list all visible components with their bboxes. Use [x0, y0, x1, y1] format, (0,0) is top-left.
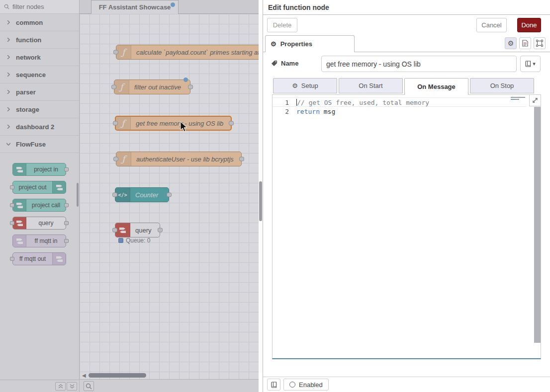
input-port — [10, 185, 14, 189]
palette-node-project-out[interactable]: project out — [12, 181, 66, 194]
library-button[interactable]: ▾ — [520, 56, 541, 72]
output-port[interactable] — [239, 157, 244, 161]
palette-category-dashboard2[interactable]: dashboard 2 — [0, 118, 79, 136]
vscrollbar-thumb[interactable] — [259, 181, 262, 221]
editor-scrollbar[interactable] — [534, 107, 541, 343]
palette-node-project-call[interactable]: project call — [12, 199, 66, 212]
cancel-button[interactable]: Cancel — [476, 18, 507, 32]
flowfuse-icon — [115, 223, 130, 237]
output-port[interactable] — [229, 121, 234, 126]
delete-button[interactable]: Delete — [267, 18, 297, 32]
node-filter-out-inactive[interactable]: ƒ filter out inactive — [114, 79, 190, 94]
palette-category-common[interactable]: common — [0, 14, 79, 31]
palette-category-sequence[interactable]: sequence — [0, 66, 79, 83]
node-label: query — [130, 223, 157, 237]
code-line-1[interactable]: 1 // get OS free, used, total memory — [273, 97, 526, 107]
edit-tray: Edit function node Delete Cancel Done ⚙ … — [263, 0, 550, 392]
palette-node-label: ff mqtt out — [13, 253, 52, 265]
name-input[interactable] — [321, 56, 517, 72]
tab-on-stop[interactable]: On Stop — [470, 78, 534, 93]
appearance-icon-button[interactable] — [534, 37, 546, 49]
frame-icon — [536, 40, 543, 47]
hscrollbar-thumb[interactable] — [89, 373, 146, 378]
palette-node-label: query — [26, 217, 66, 229]
gear-icon: ⚙ — [271, 40, 276, 48]
chevron-down-icon — [6, 142, 10, 146]
chevron-right-icon — [6, 73, 10, 77]
code-editor[interactable]: 1 // get OS free, used, total memory 2 r… — [272, 94, 541, 359]
enabled-circle-icon — [289, 382, 295, 388]
node-red-app: common function network sequence parser — [0, 0, 550, 392]
palette-node-ff-mqtt-in[interactable]: ff mqtt in — [12, 235, 66, 247]
expand-editor-button[interactable] — [529, 94, 541, 106]
palette-category-flowfuse[interactable]: FlowFuse — [0, 136, 79, 153]
tab-properties[interactable]: ⚙ Properties — [265, 35, 355, 52]
palette-category-storage[interactable]: storage — [0, 101, 79, 118]
tab-label: On Stop — [490, 82, 514, 89]
input-port[interactable] — [113, 157, 118, 161]
scroll-left-icon[interactable]: ◀ — [82, 373, 86, 378]
node-get-free-memory[interactable]: ƒ get free memory - using OS lib — [115, 116, 232, 131]
palette-filter-input[interactable] — [12, 3, 67, 10]
palette-category-network[interactable]: network — [0, 49, 79, 66]
palette-category-function[interactable]: function — [0, 31, 79, 49]
double-chevron-down-icon — [70, 384, 75, 389]
zoom-search-button[interactable] — [84, 381, 94, 391]
done-button[interactable]: Done — [517, 18, 541, 32]
library-export-button[interactable] — [267, 379, 280, 391]
flow-canvas[interactable]: FF Assistant Showcase ƒ calculate `paylo… — [80, 0, 259, 392]
input-port[interactable] — [112, 228, 117, 233]
node-authenticate-user[interactable]: ƒ authenticateUser - use lib bcryptjs — [116, 152, 242, 166]
palette-scrollbar[interactable] — [77, 183, 79, 207]
input-port[interactable] — [113, 121, 118, 126]
chevron-right-icon — [6, 107, 10, 111]
input-port[interactable] — [112, 193, 117, 197]
enabled-toggle-button[interactable]: Enabled — [283, 379, 329, 391]
magnifier-icon — [86, 383, 92, 390]
line-number: 2 — [273, 107, 296, 116]
tab-setup[interactable]: ⚙ Setup — [273, 78, 337, 93]
tab-label: Setup — [301, 82, 318, 89]
flow-tab-bar: FF Assistant Showcase — [80, 0, 259, 14]
document-icon — [522, 40, 528, 47]
canvas-footer — [80, 379, 259, 392]
output-port[interactable] — [167, 193, 172, 197]
canvas-vscrollbar[interactable] — [259, 14, 263, 373]
tray-toolbar: Delete Cancel Done — [263, 15, 550, 35]
chevron-right-icon — [6, 125, 10, 129]
node-label: authenticateUser - use lib bcryptjs — [131, 152, 239, 166]
category-label: common — [16, 19, 43, 26]
flow-tab[interactable]: FF Assistant Showcase — [91, 0, 179, 14]
palette-node-query[interactable]: query — [12, 217, 66, 230]
expand-all-button[interactable] — [67, 382, 77, 391]
canvas-hscrollbar[interactable]: ◀ — [80, 372, 259, 379]
output-port[interactable] — [158, 228, 163, 233]
function-icon: ƒ — [116, 45, 131, 59]
code-line-2[interactable]: 2 return msg — [273, 107, 541, 116]
palette-filter[interactable] — [0, 0, 79, 14]
tab-on-message[interactable]: On Message — [404, 78, 468, 95]
description-icon-button[interactable] — [519, 37, 531, 49]
input-port — [10, 203, 14, 207]
palette-node-ff-mqtt-out[interactable]: ff mqtt out — [12, 252, 66, 265]
properties-icon-button[interactable]: ⚙ — [505, 37, 517, 49]
template-icon: </> — [115, 188, 130, 202]
input-port[interactable] — [113, 50, 118, 55]
output-port[interactable] — [188, 85, 193, 89]
node-query[interactable]: query — [115, 223, 160, 237]
category-label: FlowFuse — [16, 141, 46, 148]
palette-flowfuse-nodes: project in project out project call que — [0, 153, 79, 270]
node-counter[interactable]: </> Counter — [115, 187, 169, 202]
category-label: sequence — [16, 71, 46, 78]
palette-node-project-in[interactable]: project in — [12, 163, 66, 176]
tab-on-start[interactable]: On Start — [339, 78, 403, 93]
palette-category-parser[interactable]: parser — [0, 83, 79, 101]
input-port[interactable] — [111, 85, 116, 89]
gear-icon: ⚙ — [508, 39, 514, 47]
node-query-status: Queue: 0 — [118, 237, 150, 244]
output-port — [64, 221, 69, 225]
input-port — [10, 257, 14, 261]
node-calculate-primes[interactable]: ƒ calculate `payload.count` primes start… — [116, 45, 259, 60]
collapse-all-button[interactable] — [55, 382, 66, 391]
palette-node-label: project call — [26, 199, 66, 211]
